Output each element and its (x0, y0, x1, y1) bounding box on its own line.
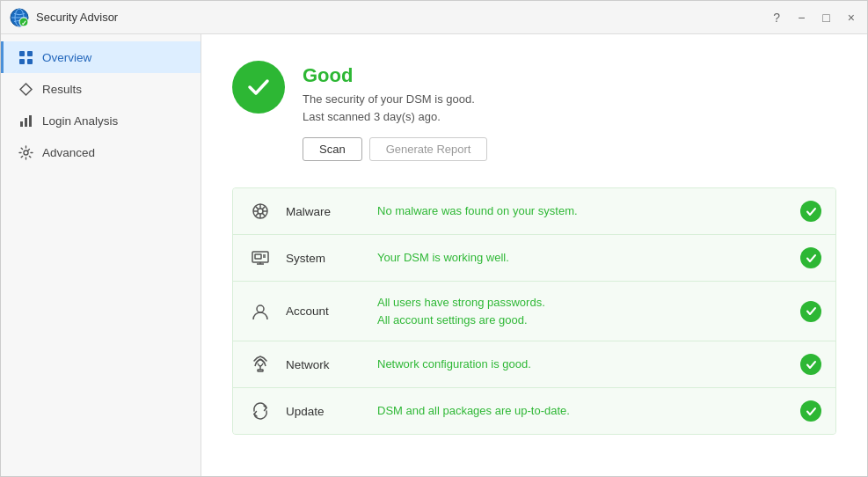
malware-check-icon (800, 201, 821, 222)
network-icon (247, 355, 274, 374)
app-body: Overview Results (1, 34, 867, 476)
network-label: Network (286, 358, 365, 371)
gear-icon (18, 144, 33, 160)
malware-label: Malware (286, 205, 365, 218)
update-icon (247, 401, 274, 421)
svg-point-13 (24, 150, 28, 155)
app-title: Security Advisor (36, 11, 118, 24)
security-table: Malware No malware was found on your sys… (232, 187, 836, 435)
system-label: System (286, 252, 365, 265)
main-content: Good The security of your DSM is good. L… (201, 34, 867, 476)
scan-button[interactable]: Scan (303, 137, 362, 161)
sidebar: Overview Results (1, 34, 201, 476)
svg-line-21 (262, 213, 265, 216)
svg-line-20 (256, 207, 259, 209)
svg-rect-11 (25, 118, 27, 127)
svg-rect-12 (29, 115, 32, 127)
status-header: Good The security of your DSM is good. L… (232, 61, 836, 161)
svg-line-22 (262, 207, 265, 209)
action-buttons: Scan Generate Report (303, 137, 487, 161)
sidebar-item-overview[interactable]: Overview (1, 41, 201, 73)
account-status: All users have strong passwords. All acc… (377, 294, 788, 328)
table-row: Malware No malware was found on your sys… (233, 188, 835, 235)
update-label: Update (286, 405, 365, 418)
svg-text:✓: ✓ (21, 19, 27, 27)
status-icon (232, 61, 285, 114)
maximize-button[interactable]: □ (819, 10, 833, 26)
sidebar-label-advanced: Advanced (42, 146, 95, 159)
malware-icon (247, 202, 274, 221)
titlebar-left: ✓ Security Advisor (10, 8, 118, 27)
table-row: System Your DSM is working well. (233, 235, 835, 282)
sidebar-label-login-analysis: Login Analysis (42, 114, 118, 128)
status-title: Good (303, 64, 487, 87)
svg-rect-8 (27, 59, 33, 64)
malware-status: No malware was found on your system. (377, 202, 788, 220)
sidebar-item-login-analysis[interactable]: Login Analysis (1, 105, 201, 136)
close-button[interactable]: × (844, 10, 858, 26)
svg-rect-6 (27, 51, 33, 56)
svg-line-23 (256, 213, 259, 216)
account-check-icon (800, 301, 821, 322)
chart-icon (18, 113, 33, 128)
status-desc-line1: The security of your DSM is good. (303, 92, 475, 106)
status-description: The security of your DSM is good. Last s… (303, 91, 487, 125)
system-status: Your DSM is working well. (377, 249, 788, 267)
svg-point-30 (257, 305, 264, 312)
system-check-icon (800, 247, 821, 268)
table-row: Update DSM and all packages are up-to-da… (233, 388, 835, 434)
svg-rect-10 (20, 121, 23, 127)
network-check-icon (800, 354, 821, 375)
titlebar-controls: ? − □ × (770, 10, 858, 26)
sidebar-item-advanced[interactable]: Advanced (1, 136, 201, 168)
update-status: DSM and all packages are up-to-date. (377, 402, 788, 420)
account-label: Account (286, 305, 365, 318)
svg-rect-27 (255, 254, 261, 259)
titlebar: ✓ Security Advisor ? − □ × (1, 1, 867, 34)
app-icon: ✓ (10, 8, 29, 27)
table-row: Account All users have strong passwords.… (233, 282, 835, 341)
status-desc-line2: Last scanned 3 day(s) ago. (303, 110, 441, 123)
check-icon (244, 73, 273, 101)
help-button[interactable]: ? (770, 10, 784, 26)
diamond-icon (18, 81, 33, 97)
account-icon (247, 302, 274, 321)
grid-icon (18, 49, 33, 65)
main-window: ✓ Security Advisor ? − □ × (0, 0, 868, 477)
minimize-button[interactable]: − (794, 10, 808, 26)
network-status: Network configuration is good. (377, 356, 788, 373)
svg-rect-5 (19, 51, 25, 56)
generate-report-button[interactable]: Generate Report (369, 137, 488, 161)
table-row: Network Network configuration is good. (233, 341, 835, 388)
status-info: Good The security of your DSM is good. L… (303, 61, 487, 161)
svg-rect-32 (258, 370, 263, 371)
sidebar-item-results[interactable]: Results (1, 73, 201, 105)
sidebar-label-results: Results (42, 83, 82, 96)
svg-rect-7 (19, 59, 25, 64)
svg-marker-9 (20, 84, 32, 95)
sidebar-label-overview: Overview (42, 51, 91, 64)
system-icon (247, 248, 274, 268)
update-check-icon (800, 400, 821, 422)
